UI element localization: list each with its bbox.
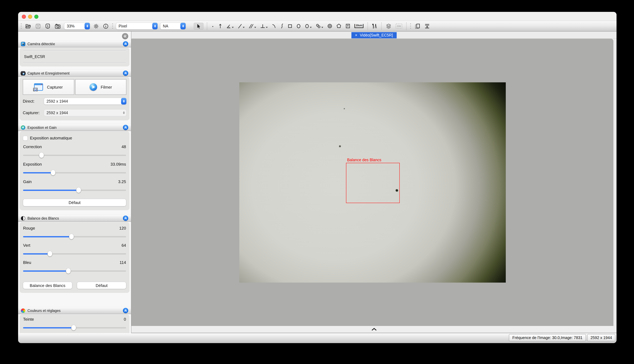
zoom-window-button[interactable] bbox=[34, 15, 38, 19]
blue-slider-knob[interactable] bbox=[66, 268, 71, 274]
gain-label: Gain bbox=[23, 179, 32, 184]
exposure-label: Exposition bbox=[23, 162, 42, 166]
open-file-button[interactable] bbox=[25, 22, 32, 30]
unit-stepper[interactable] bbox=[152, 23, 158, 29]
live-video-frame[interactable]: Balance des Blancs bbox=[239, 82, 506, 282]
arc-tool[interactable] bbox=[271, 22, 276, 30]
toolbar-drag-handle[interactable] bbox=[20, 22, 22, 30]
colors-panel-header[interactable]: Couleurs et réglages bbox=[18, 307, 131, 314]
toolbar-drag-handle-2[interactable] bbox=[410, 22, 412, 30]
exposure-panel-header[interactable]: Exposition et Gain bbox=[18, 124, 131, 131]
video-viewport[interactable]: Balance des Blancs bbox=[131, 39, 614, 326]
merge-export-button[interactable] bbox=[424, 22, 431, 30]
title-bar[interactable] bbox=[18, 12, 616, 21]
bottom-panel-toggle[interactable] bbox=[131, 326, 616, 333]
camera-panel-collapse-button[interactable] bbox=[123, 41, 128, 46]
gear-icon bbox=[93, 23, 99, 29]
settings-button[interactable] bbox=[93, 22, 100, 30]
na-select[interactable]: NA bbox=[160, 23, 186, 29]
point-tool[interactable] bbox=[210, 22, 215, 30]
zoom-stepper[interactable] bbox=[84, 23, 90, 29]
camera-panel-header[interactable]: Caméra détectée bbox=[18, 40, 131, 48]
exposure-panel-collapse-button[interactable] bbox=[123, 125, 128, 130]
concentric-circles-tool[interactable] bbox=[327, 22, 333, 30]
export-csv-button[interactable]: CSV bbox=[395, 23, 403, 29]
calibrate-button[interactable] bbox=[371, 22, 378, 30]
circle-tool-caret[interactable] bbox=[310, 27, 312, 28]
green-slider[interactable] bbox=[23, 251, 126, 256]
white-balance-default-button[interactable]: Défaut bbox=[77, 282, 126, 289]
save-button[interactable] bbox=[35, 22, 42, 30]
linked-circles-tool-caret[interactable] bbox=[321, 27, 323, 28]
polygon-tool[interactable] bbox=[336, 22, 342, 30]
screen: 33% Pixel NA bbox=[0, 0, 634, 364]
exposure-default-button[interactable]: Défaut bbox=[23, 199, 126, 206]
correction-slider-knob[interactable] bbox=[39, 152, 44, 158]
na-stepper[interactable] bbox=[180, 23, 186, 29]
green-slider-knob[interactable] bbox=[48, 251, 52, 256]
ellipse-tool[interactable] bbox=[296, 22, 302, 30]
exposure-slider[interactable] bbox=[23, 170, 126, 175]
capture-button[interactable]: Capturer bbox=[23, 79, 74, 95]
white-balance-panel-collapse-button[interactable] bbox=[123, 216, 128, 221]
colors-panel-collapse-button[interactable] bbox=[123, 308, 128, 313]
copy-button[interactable] bbox=[414, 22, 421, 30]
line-tool-caret[interactable] bbox=[243, 27, 244, 28]
curve-tool[interactable] bbox=[279, 22, 284, 30]
video-tab[interactable]: × Vidéo[Swift_EC5R] bbox=[351, 32, 397, 38]
gain-value: 3.25 bbox=[118, 179, 126, 184]
capture-panel-header[interactable]: Capture et Enregistrement bbox=[18, 70, 131, 77]
perpendicular-tool[interactable] bbox=[260, 22, 268, 30]
select-tool[interactable] bbox=[194, 22, 204, 30]
dust-speck bbox=[343, 108, 345, 109]
record-button[interactable]: Filmer bbox=[75, 79, 126, 95]
angle-tool[interactable] bbox=[226, 22, 234, 30]
divider bbox=[24, 63, 126, 63]
white-balance-button[interactable]: Balance des Blancs bbox=[23, 282, 72, 289]
parallel-tool-caret[interactable] bbox=[254, 27, 256, 28]
camera-timer-button[interactable] bbox=[54, 22, 62, 30]
capture-panel-collapse-button[interactable] bbox=[123, 70, 128, 76]
record-button-label: Filmer bbox=[100, 85, 112, 89]
scalebar-tool[interactable]: 10um bbox=[354, 23, 364, 29]
hue-slider[interactable] bbox=[23, 325, 126, 330]
white-balance-roi[interactable]: Balance des Blancs bbox=[346, 163, 400, 203]
white-balance-panel-header[interactable]: Balance des Blancs bbox=[18, 214, 131, 222]
linked-circles-tool[interactable] bbox=[315, 22, 324, 30]
circle-tool[interactable] bbox=[304, 22, 312, 30]
text-tool[interactable] bbox=[345, 22, 351, 30]
perpendicular-tool-caret[interactable] bbox=[266, 27, 268, 28]
sidebar-collapse-button[interactable] bbox=[122, 33, 128, 39]
close-window-button[interactable] bbox=[22, 15, 26, 19]
live-resolution-stepper[interactable] bbox=[121, 98, 126, 104]
red-slider[interactable] bbox=[23, 234, 126, 239]
unit-select[interactable]: Pixel bbox=[116, 23, 158, 29]
double-chevron-up-icon bbox=[124, 72, 127, 74]
info-button[interactable] bbox=[102, 22, 109, 30]
tab-close-button[interactable]: × bbox=[355, 33, 358, 38]
angle-tool-caret[interactable] bbox=[232, 27, 234, 28]
point-icon bbox=[211, 24, 214, 28]
snap-resolution-select[interactable]: 2592 x 1944 bbox=[44, 110, 126, 116]
arrow-tool[interactable] bbox=[218, 22, 223, 30]
gain-slider-knob[interactable] bbox=[76, 188, 81, 193]
line-tool[interactable] bbox=[237, 22, 245, 30]
minimize-window-button[interactable] bbox=[28, 15, 32, 19]
zoom-select[interactable]: 33% bbox=[64, 23, 90, 29]
gain-slider[interactable] bbox=[23, 188, 126, 193]
exposure-slider-knob[interactable] bbox=[50, 170, 55, 175]
hue-label: Teinte bbox=[23, 317, 34, 322]
live-resolution-select[interactable]: 2592 x 1944 bbox=[44, 98, 126, 104]
correction-value: 48 bbox=[122, 144, 126, 149]
snap-resolution-stepper[interactable] bbox=[121, 110, 126, 116]
camera-name[interactable]: Swift_EC5R bbox=[24, 54, 125, 59]
hue-slider-knob[interactable] bbox=[71, 325, 76, 330]
correction-slider[interactable] bbox=[23, 152, 126, 158]
auto-exposure-checkbox[interactable] bbox=[23, 136, 28, 140]
rectangle-tool[interactable] bbox=[287, 22, 293, 30]
red-slider-knob[interactable] bbox=[69, 234, 74, 239]
blue-slider[interactable] bbox=[23, 268, 126, 274]
parallel-tool[interactable] bbox=[248, 22, 257, 30]
layers-button[interactable] bbox=[385, 22, 392, 30]
camera-flash-button[interactable] bbox=[44, 22, 51, 30]
